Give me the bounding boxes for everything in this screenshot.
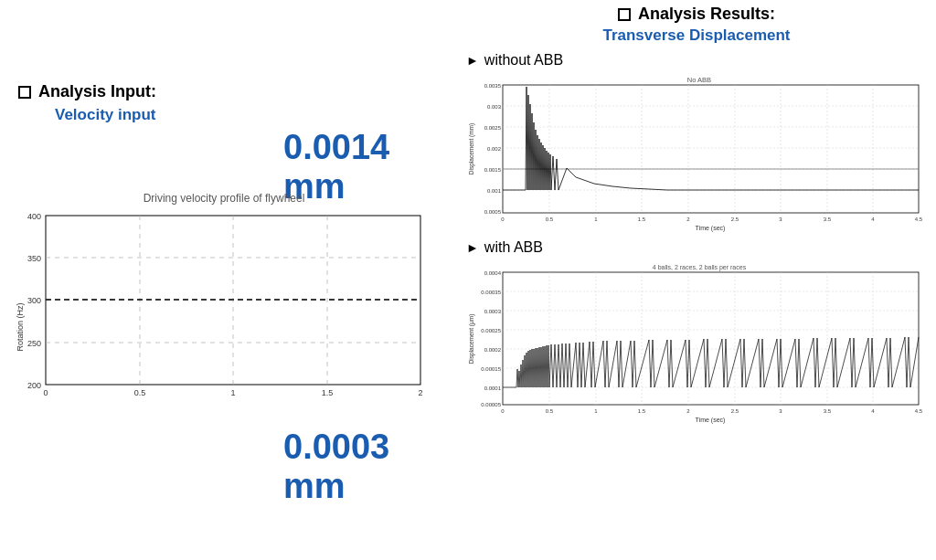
svg-text:200: 200 [27, 381, 41, 390]
svg-text:0.0015: 0.0015 [484, 167, 502, 173]
svg-text:0.002: 0.002 [487, 146, 502, 152]
svg-text:1: 1 [230, 388, 235, 396]
no-abb-chart: No ABB Displacement (mm) [466, 72, 932, 232]
svg-text:2: 2 [686, 217, 690, 222]
transverse-displacement-label: Transverse Displacement [466, 26, 927, 45]
svg-text:1: 1 [594, 408, 598, 414]
svg-text:0.0035: 0.0035 [484, 83, 502, 89]
abb-graph: 4 balls, 2 races, 2 balls per races Disp… [466, 259, 927, 419]
svg-text:0.00035: 0.00035 [481, 290, 501, 295]
chart-title: Driving velocity profile of flywheel [14, 192, 434, 205]
svg-text:Displacement (mm): Displacement (mm) [468, 123, 475, 174]
svg-text:3: 3 [779, 217, 782, 222]
arrow-right-icon: ► [466, 53, 479, 68]
analysis-results-title: Analysis Results: [638, 5, 775, 24]
svg-text:1: 1 [594, 217, 598, 222]
without-abb-label: without ABB [484, 52, 563, 69]
without-abb-header: ► without ABB [466, 52, 927, 69]
svg-text:400: 400 [27, 212, 41, 221]
results-checkbox-icon [618, 8, 631, 21]
velocity-chart: Rotation (Hz) [14, 208, 434, 396]
svg-text:0.00005: 0.00005 [481, 402, 501, 407]
svg-text:0.003: 0.003 [487, 104, 502, 110]
without-abb-section: ► without ABB No ABB Displacement (mm) [466, 52, 927, 232]
right-panel: Analysis Results: Transverse Displacemen… [457, 0, 936, 560]
svg-text:3.5: 3.5 [824, 217, 832, 222]
no-abb-chart-title: No ABB [687, 76, 711, 84]
with-abb-header: ► with ABB [466, 239, 927, 256]
main-container: Analysis Input: Velocity input 0.0014 mm… [0, 0, 936, 560]
svg-text:0.0003: 0.0003 [484, 309, 502, 314]
svg-text:0.0025: 0.0025 [484, 125, 502, 131]
svg-text:1.5: 1.5 [638, 408, 646, 414]
no-abb-graph: No ABB Displacement (mm) [466, 72, 927, 232]
svg-text:0: 0 [43, 388, 48, 396]
analysis-input-header: Analysis Input: [18, 82, 439, 101]
svg-text:250: 250 [27, 339, 41, 348]
svg-text:4: 4 [871, 217, 875, 222]
arrow-right-icon-2: ► [466, 240, 479, 255]
svg-text:Time (sec): Time (sec) [696, 417, 726, 424]
svg-text:Time (sec): Time (sec) [696, 225, 726, 232]
velocity-input-label: Velocity input [55, 106, 439, 124]
svg-text:300: 300 [27, 296, 41, 305]
y-axis-label: Rotation (Hz) [16, 302, 25, 351]
with-abb-section: ► with ABB 4 balls, 2 races, 2 balls per… [466, 239, 927, 419]
svg-text:2: 2 [686, 408, 690, 414]
svg-text:1.5: 1.5 [638, 217, 646, 222]
svg-rect-11 [503, 85, 919, 213]
svg-text:3: 3 [779, 408, 782, 414]
svg-text:2.5: 2.5 [731, 408, 739, 414]
svg-text:0.0005: 0.0005 [484, 209, 502, 215]
svg-text:0.001: 0.001 [487, 188, 502, 194]
svg-text:1.5: 1.5 [322, 388, 334, 396]
svg-text:0.00025: 0.00025 [481, 328, 501, 333]
svg-text:0.0001: 0.0001 [484, 386, 502, 391]
svg-text:2: 2 [418, 388, 422, 396]
velocity-chart-container: Driving velocity profile of flywheel Rot… [14, 192, 434, 402]
svg-text:0.0002: 0.0002 [484, 347, 502, 353]
svg-text:0.5: 0.5 [134, 388, 146, 396]
svg-text:0: 0 [501, 217, 505, 222]
abb-chart: 4 balls, 2 races, 2 balls per races Disp… [466, 259, 932, 428]
svg-text:4.5: 4.5 [915, 408, 923, 414]
svg-text:0.00015: 0.00015 [481, 366, 501, 372]
abb-chart-title: 4 balls, 2 races, 2 balls per races [653, 264, 747, 271]
svg-text:4: 4 [871, 408, 875, 414]
svg-text:0.5: 0.5 [546, 217, 554, 222]
left-panel: Analysis Input: Velocity input 0.0014 mm… [0, 0, 457, 560]
checkbox-icon [18, 86, 31, 99]
analysis-results-header: Analysis Results: [466, 5, 927, 24]
with-abb-label: with ABB [484, 239, 543, 256]
svg-text:0: 0 [501, 408, 505, 414]
analysis-input-title: Analysis Input: [38, 82, 156, 101]
svg-text:Displacement (μm): Displacement (μm) [468, 314, 475, 365]
svg-text:4.5: 4.5 [915, 217, 923, 222]
svg-text:0.0004: 0.0004 [484, 270, 502, 276]
svg-text:3.5: 3.5 [824, 408, 832, 414]
big-value-2: 0.0003 mm [283, 428, 457, 506]
svg-text:0.5: 0.5 [546, 408, 554, 414]
svg-text:2.5: 2.5 [731, 217, 739, 222]
svg-text:350: 350 [27, 254, 41, 263]
